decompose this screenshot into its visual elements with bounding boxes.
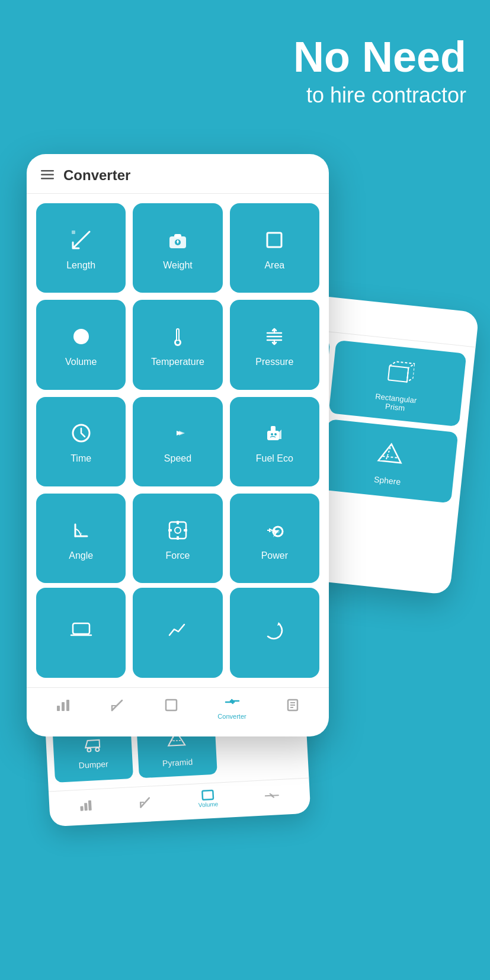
volume-icon [69,325,93,352]
svg-point-24 [175,527,181,533]
svg-rect-35 [66,700,69,711]
laptop-icon [70,619,92,645]
svg-rect-27 [177,521,179,524]
svg-rect-45 [388,366,408,382]
grid-item-force[interactable]: Force [133,494,222,583]
svg-rect-9 [267,233,281,247]
svg-rect-32 [78,634,84,636]
volume-label: Volume [65,357,97,367]
converter-nav-label: Converter [217,713,246,720]
svg-rect-19 [267,431,279,440]
svg-rect-57 [88,800,92,810]
grid-item-length[interactable]: Length [36,203,126,293]
grid-item-area[interactable]: Area [230,203,319,293]
grid-item-rotate[interactable] [230,588,319,677]
nav-item-square[interactable] [165,699,178,716]
prism-icon [374,439,406,473]
svg-rect-34 [62,702,65,711]
grid-partial-row [27,588,329,682]
svg-rect-13 [177,329,178,340]
trend-icon [166,619,189,645]
third-nav-convert[interactable] [264,789,280,802]
hamburger-icon[interactable] [41,169,54,182]
header-subtitle: to hire contractor [24,83,466,108]
grid-item-angle[interactable]: › Angle [36,494,126,583]
svg-rect-36 [166,700,177,710]
nav-item-ruler[interactable] [110,699,124,716]
rect-prism-label: RectangularPrism [374,392,417,414]
svg-point-20 [271,433,273,435]
svg-point-53 [87,748,91,751]
rotate-icon [263,619,286,645]
svg-rect-31 [73,623,89,634]
grid-item-speed[interactable]: Speed [133,397,222,486]
header-title: No Need [24,36,466,78]
calc-item-rect-prism[interactable]: RectangularPrism [329,340,467,427]
time-icon [69,421,93,449]
force-label: Force [166,550,190,561]
app-title: Converter [63,167,130,184]
angle-icon: › [69,518,93,546]
chart-nav-icon [56,699,71,715]
nav-item-book[interactable] [286,699,299,716]
weight-icon [166,228,190,255]
grid-item-fuel[interactable]: Fuel Eco [230,397,319,486]
svg-rect-5 [174,234,181,238]
third-nav-chart[interactable] [79,799,93,811]
weight-label: Weight [163,260,193,271]
grid-item-power[interactable]: Power [230,494,319,583]
speed-label: Speed [164,453,191,464]
svg-rect-28 [177,536,179,540]
book-nav-icon [286,699,299,715]
svg-rect-56 [84,803,88,811]
fuel-label: Fuel Eco [256,453,293,464]
grid-item-trend[interactable] [133,588,222,677]
grid-item-pressure[interactable]: Pressure [230,300,319,389]
area-label: Area [264,260,284,271]
svg-rect-26 [184,529,187,531]
temperature-icon [166,325,190,352]
third-nav-ruler[interactable] [139,796,152,808]
grid-item-volume[interactable]: Volume [36,300,126,389]
svg-rect-0 [41,170,54,172]
svg-rect-23 [169,522,186,539]
svg-rect-58 [202,790,213,800]
nav-item-chart[interactable] [56,699,71,716]
bottom-nav: Converter [27,687,329,725]
area-icon [262,228,286,255]
converter-nav-icon [225,695,240,712]
speed-icon [166,421,190,449]
rect-prism-icon [382,357,415,391]
converter-grid: Length Weight Area [27,194,329,588]
pyramid-label: Pyramid [162,757,193,768]
svg-point-21 [274,433,277,435]
svg-line-49 [382,456,398,458]
force-icon [166,518,190,546]
main-phone: Converter Length [27,154,329,736]
third-nav-volume[interactable]: Volume [198,789,219,809]
svg-text:›: › [81,531,82,536]
third-volume-label: Volume [198,801,219,809]
phone-app-header: Converter [27,154,329,194]
calc-item-prism[interactable]: Sphere [321,419,458,503]
fuel-icon [262,421,286,449]
svg-point-14 [176,341,180,344]
square-nav-icon [165,699,178,715]
angle-label: Angle [69,550,93,561]
nav-item-converter[interactable]: Converter [217,695,246,720]
prism-label: Sphere [373,475,401,487]
ruler-nav-icon [110,699,124,715]
grid-item-time[interactable]: Time [36,397,126,486]
grid-item-weight[interactable]: Weight [133,203,222,293]
length-icon [69,228,93,255]
svg-rect-55 [80,806,83,811]
svg-rect-2 [41,178,54,180]
svg-rect-25 [168,529,172,531]
svg-rect-1 [41,174,54,175]
length-label: Length [66,260,95,271]
grid-item-temperature[interactable]: Temperature [133,300,222,389]
power-label: Power [261,550,288,561]
dumper-label: Dumper [78,759,108,770]
grid-item-data[interactable] [36,588,126,677]
svg-point-10 [73,329,89,344]
